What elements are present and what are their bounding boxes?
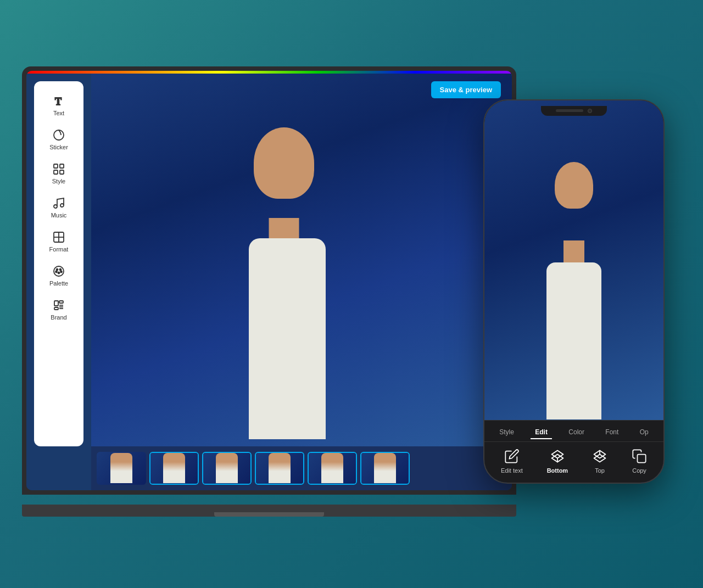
timeline-thumbnail-6[interactable] bbox=[360, 452, 410, 485]
palette-icon bbox=[52, 265, 65, 278]
sidebar-label-music: Music bbox=[51, 212, 67, 219]
svg-point-13 bbox=[60, 268, 62, 270]
sidebar-item-style[interactable]: Style bbox=[37, 158, 81, 189]
laptop-body: Save & preview T Text bbox=[22, 66, 516, 495]
thumb-inner-3 bbox=[203, 453, 250, 484]
main-image-area bbox=[91, 74, 512, 446]
person-head bbox=[254, 127, 314, 199]
svg-rect-18 bbox=[54, 307, 58, 310]
sidebar: T Text Sticker bbox=[34, 81, 83, 446]
phone-speaker bbox=[556, 109, 583, 112]
timeline[interactable] bbox=[91, 446, 512, 490]
phone-tab-bar: Style Edit Color Font Op bbox=[484, 421, 663, 442]
brand-icon bbox=[52, 299, 65, 312]
format-icon bbox=[52, 231, 65, 244]
sidebar-item-brand[interactable]: Brand bbox=[37, 294, 81, 325]
phone-camera bbox=[588, 109, 592, 113]
edit-text-icon bbox=[504, 449, 520, 464]
sidebar-item-music[interactable]: Music bbox=[37, 192, 81, 223]
phone-head bbox=[555, 162, 593, 209]
phone-image-area bbox=[484, 100, 663, 420]
save-preview-button[interactable]: Save & preview bbox=[431, 81, 501, 98]
action-label-top: Top bbox=[595, 467, 605, 474]
thumb-inner-4 bbox=[256, 453, 303, 484]
svg-point-6 bbox=[54, 205, 57, 208]
svg-rect-19 bbox=[59, 301, 63, 303]
person-silhouette bbox=[196, 110, 372, 446]
thumb-inner-6 bbox=[361, 453, 409, 484]
tab-style[interactable]: Style bbox=[495, 426, 518, 439]
thumb-person-6 bbox=[374, 453, 396, 483]
action-label-copy: Copy bbox=[632, 467, 646, 474]
action-bottom[interactable]: Bottom bbox=[547, 449, 568, 474]
phone-notch bbox=[541, 106, 607, 116]
phone-person bbox=[519, 148, 629, 420]
action-edit-text[interactable]: Edit text bbox=[501, 449, 523, 474]
svg-rect-5 bbox=[60, 170, 64, 174]
sidebar-item-sticker[interactable]: Sticker bbox=[37, 124, 81, 155]
style-icon bbox=[52, 163, 65, 176]
person-body bbox=[249, 238, 326, 440]
phone-body bbox=[546, 262, 601, 420]
thumb-person-4 bbox=[269, 453, 291, 483]
svg-point-1 bbox=[54, 130, 64, 140]
timeline-thumbnail-4[interactable] bbox=[255, 452, 304, 485]
sidebar-item-palette[interactable]: Palette bbox=[37, 260, 81, 291]
svg-rect-3 bbox=[60, 164, 64, 168]
sidebar-label-sticker: Sticker bbox=[49, 144, 68, 150]
sidebar-item-format[interactable]: Format bbox=[37, 226, 81, 257]
timeline-thumbnail-5[interactable] bbox=[308, 452, 357, 485]
svg-rect-2 bbox=[54, 164, 58, 168]
svg-point-14 bbox=[58, 272, 60, 273]
action-label-edit-text: Edit text bbox=[501, 467, 523, 474]
phone: Style Edit Color Font Op bbox=[483, 99, 665, 484]
thumb-inner-2 bbox=[150, 453, 198, 484]
svg-point-7 bbox=[60, 204, 64, 207]
thumb-inner-1 bbox=[97, 452, 146, 485]
tab-op[interactable]: Op bbox=[635, 426, 653, 439]
action-top[interactable]: Top bbox=[592, 449, 607, 474]
tab-font[interactable]: Font bbox=[601, 426, 623, 439]
thumb-person-5 bbox=[321, 453, 343, 483]
phone-bottom-panel: Style Edit Color Font Op bbox=[484, 420, 663, 483]
sidebar-label-format: Format bbox=[49, 246, 69, 253]
sidebar-item-text[interactable]: T Text bbox=[37, 90, 81, 121]
thumb-person-1 bbox=[110, 453, 132, 483]
svg-rect-17 bbox=[54, 301, 58, 306]
screen-content: Save & preview T Text bbox=[26, 74, 512, 490]
sticker-icon bbox=[52, 128, 65, 142]
phone-screen: Style Edit Color Font Op bbox=[484, 100, 663, 483]
thumb-person-3 bbox=[216, 453, 238, 483]
music-icon bbox=[52, 197, 65, 210]
action-label-bottom: Bottom bbox=[547, 467, 568, 474]
timeline-thumbnail-2[interactable] bbox=[149, 452, 199, 485]
background-photo bbox=[91, 74, 512, 446]
top-icon bbox=[592, 449, 607, 464]
laptop-base bbox=[22, 505, 516, 517]
phone-action-bar: Edit text Bottom bbox=[484, 442, 663, 483]
svg-point-15 bbox=[55, 271, 57, 272]
svg-point-16 bbox=[60, 271, 62, 272]
svg-rect-29 bbox=[638, 454, 646, 462]
sidebar-label-brand: Brand bbox=[51, 314, 66, 321]
svg-rect-4 bbox=[54, 170, 58, 174]
thumb-inner-5 bbox=[309, 453, 356, 484]
bottom-icon bbox=[550, 449, 565, 464]
timeline-thumbnail-3[interactable] bbox=[202, 452, 252, 485]
thumb-person-2 bbox=[163, 453, 185, 483]
laptop: Save & preview T Text bbox=[22, 66, 516, 517]
sidebar-label-palette: Palette bbox=[49, 280, 68, 287]
sidebar-label-style: Style bbox=[52, 178, 65, 184]
svg-text:T: T bbox=[55, 96, 62, 107]
text-icon: T bbox=[52, 94, 65, 108]
tab-edit[interactable]: Edit bbox=[531, 426, 552, 439]
laptop-screen: Save & preview T Text bbox=[26, 71, 512, 490]
tab-color[interactable]: Color bbox=[564, 426, 589, 439]
timeline-thumbnail-1[interactable] bbox=[97, 452, 146, 485]
action-copy[interactable]: Copy bbox=[632, 449, 647, 474]
copy-icon bbox=[632, 449, 647, 464]
sidebar-label-text: Text bbox=[53, 110, 64, 116]
svg-point-12 bbox=[57, 268, 58, 270]
